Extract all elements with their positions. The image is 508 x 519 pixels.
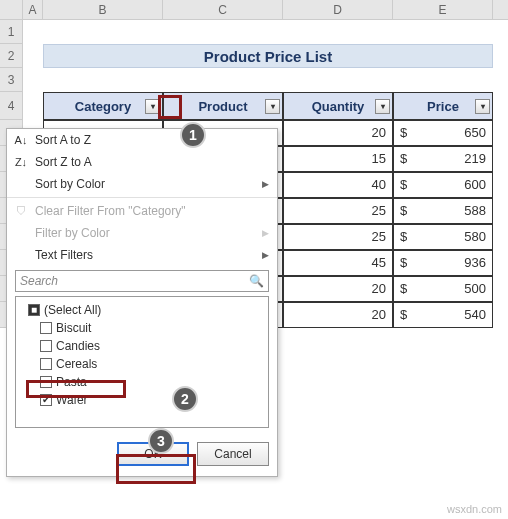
filter-option-label: (Select All) [44,303,101,317]
filter-btn-quantity[interactable]: ▾ [375,99,390,114]
menu-separator [7,197,277,198]
filter-option[interactable]: ✔Wafer [20,391,264,409]
menu-sort-za[interactable]: Z↓ Sort Z to A [7,151,277,173]
filter-option[interactable]: Biscuit [20,319,264,337]
cancel-button[interactable]: Cancel [197,442,269,466]
checkbox-partial-icon: ■ [28,304,40,316]
cell-price[interactable]: $219 [393,146,493,172]
cell-price[interactable]: $600 [393,172,493,198]
cell-quantity[interactable]: 15 [283,146,393,172]
header-price[interactable]: Price ▾ [393,92,493,120]
row-header-1[interactable]: 1 [0,20,23,44]
checkbox-checked-icon: ✔ [40,394,52,406]
sort-za-icon: Z↓ [13,156,29,168]
row-header-3[interactable]: 3 [0,68,23,92]
filter-option-label: Cereals [56,357,97,371]
cell-price[interactable]: $540 [393,302,493,328]
menu-sort-za-label: Sort Z to A [35,155,92,169]
menu-filter-color-label: Filter by Color [35,226,110,240]
header-quantity-label: Quantity [312,99,365,114]
search-placeholder: Search [20,274,58,288]
menu-text-filters[interactable]: Text Filters ▶ [7,244,277,266]
menu-text-filters-label: Text Filters [35,248,93,262]
cell-quantity[interactable]: 40 [283,172,393,198]
filter-option-label: Candies [56,339,100,353]
col-header-B[interactable]: B [43,0,163,19]
checkbox-empty-icon [40,340,52,352]
filter-btn-price[interactable]: ▾ [475,99,490,114]
search-icon: 🔍 [249,274,264,288]
filter-option[interactable]: Pasta [20,373,264,391]
cell-quantity[interactable]: 20 [283,120,393,146]
header-quantity[interactable]: Quantity ▾ [283,92,393,120]
cell-price[interactable]: $650 [393,120,493,146]
callout-2: 2 [172,386,198,412]
cell-quantity[interactable]: 45 [283,250,393,276]
header-product[interactable]: Product ▾ [163,92,283,120]
row-header-2[interactable]: 2 [0,44,23,68]
col-header-C[interactable]: C [163,0,283,19]
title-cell: Product Price List [43,44,493,68]
cell-price[interactable]: $936 [393,250,493,276]
filter-option[interactable]: Cereals [20,355,264,373]
cell-quantity[interactable]: 25 [283,198,393,224]
menu-sort-az-label: Sort A to Z [35,133,91,147]
chevron-right-icon: ▶ [262,250,269,260]
cell-quantity[interactable]: 25 [283,224,393,250]
clear-filter-icon: ⛉ [13,205,29,217]
cell-quantity[interactable]: 20 [283,302,393,328]
checkbox-empty-icon [40,322,52,334]
filter-option[interactable]: ■(Select All) [20,301,264,319]
filter-checklist[interactable]: ■(Select All)BiscuitCandiesCerealsPasta✔… [15,296,269,428]
menu-filter-color: Filter by Color ▶ [7,222,277,244]
checkbox-empty-icon [40,358,52,370]
column-header-row: A B C D E [0,0,508,20]
cell-price[interactable]: $588 [393,198,493,224]
header-price-label: Price [427,99,459,114]
menu-sort-color-label: Sort by Color [35,177,105,191]
watermark: wsxdn.com [447,503,502,515]
chevron-right-icon: ▶ [262,179,269,189]
cell-quantity[interactable]: 20 [283,276,393,302]
menu-sort-color[interactable]: Sort by Color ▶ [7,173,277,195]
callout-3: 3 [148,428,174,454]
filter-search-input[interactable]: Search 🔍 [15,270,269,292]
col-header-A[interactable]: A [23,0,43,19]
checkbox-empty-icon [40,376,52,388]
menu-sort-az[interactable]: A↓ Sort A to Z [7,129,277,151]
menu-clear-filter: ⛉ Clear Filter From "Category" [7,200,277,222]
header-category-label: Category [75,99,131,114]
select-all-corner[interactable] [0,0,23,19]
chevron-right-icon: ▶ [262,228,269,238]
filter-btn-product[interactable]: ▾ [265,99,280,114]
filter-option-label: Biscuit [56,321,91,335]
col-header-D[interactable]: D [283,0,393,19]
filter-dropdown: A↓ Sort A to Z Z↓ Sort Z to A Sort by Co… [6,128,278,477]
filter-option[interactable]: Candies [20,337,264,355]
header-category[interactable]: Category ▾ [43,92,163,120]
header-product-label: Product [198,99,247,114]
cell-price[interactable]: $500 [393,276,493,302]
cell-price[interactable]: $580 [393,224,493,250]
filter-option-label: Pasta [56,375,87,389]
col-header-E[interactable]: E [393,0,493,19]
filter-option-label: Wafer [56,393,88,407]
row-header-4[interactable]: 4 [0,92,23,120]
filter-btn-category[interactable]: ▾ [145,99,160,114]
sort-az-icon: A↓ [13,134,29,146]
callout-1: 1 [180,122,206,148]
menu-clear-filter-label: Clear Filter From "Category" [35,204,186,218]
